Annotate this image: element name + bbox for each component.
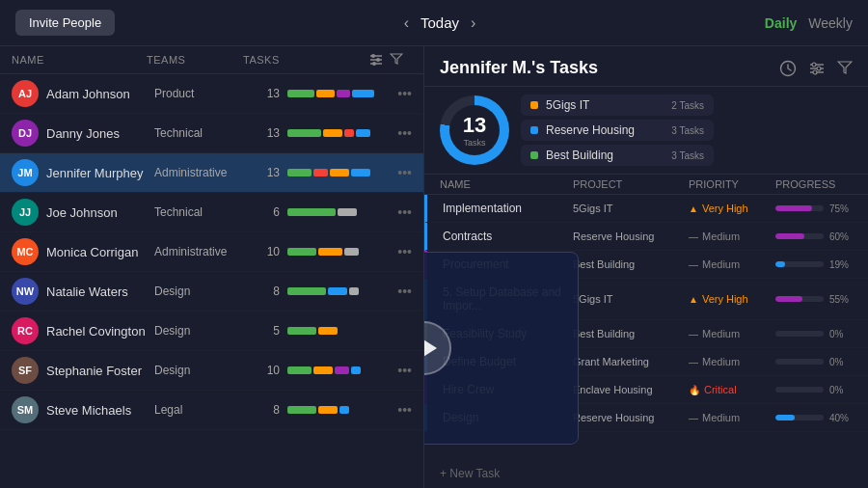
priority-label: Medium — [702, 328, 740, 339]
progress-label: 0% — [829, 329, 843, 339]
summary-card[interactable]: 5Gigs IT2 Tasks — [521, 95, 714, 116]
new-task-row[interactable]: + New Task — [424, 459, 868, 488]
task-bars — [287, 366, 374, 374]
clock-icon[interactable] — [779, 60, 797, 77]
person-more-button[interactable]: ••• — [397, 244, 412, 259]
task-project: Grant Marketing — [573, 356, 689, 367]
priority-icon: — — [689, 329, 698, 339]
nav-prev-arrow[interactable]: ‹ — [404, 14, 409, 32]
task-row[interactable]: ContractsReserve Housing—Medium60% — [424, 223, 868, 251]
person-name: Jennifer Murphey — [46, 166, 154, 180]
person-task-count: 8 — [251, 285, 280, 298]
task-col-name-header: NAME — [440, 178, 573, 190]
task-bar — [338, 208, 357, 216]
task-bars — [287, 169, 374, 176]
svg-point-4 — [376, 58, 380, 62]
main-layout: NAME TEAMS TASKS AJAdam JohnsonProdu — [0, 46, 868, 488]
task-progress: 19% — [775, 259, 853, 270]
svg-point-11 — [817, 67, 821, 70]
filter-sliders-icon-right[interactable] — [808, 60, 826, 77]
task-bar — [351, 366, 361, 374]
task-project: 5Gigs IT — [573, 203, 689, 214]
svg-point-5 — [372, 62, 376, 66]
task-bar — [287, 327, 316, 335]
person-more-button[interactable]: ••• — [397, 86, 412, 101]
person-team: Administrative — [154, 245, 251, 258]
person-more-button[interactable]: ••• — [397, 204, 412, 220]
progress-bar-wrap — [775, 331, 824, 337]
progress-bar-wrap — [775, 387, 824, 393]
task-name: Contracts — [443, 230, 573, 243]
filter-sliders-icon[interactable] — [368, 52, 384, 68]
task-bar — [352, 90, 374, 97]
task-priority: —Medium — [689, 412, 775, 423]
progress-label: 60% — [829, 231, 849, 242]
person-row[interactable]: AJAdam JohnsonProduct13••• — [0, 74, 423, 114]
person-more-button[interactable]: ••• — [397, 363, 412, 378]
person-task-count: 8 — [251, 403, 280, 417]
avatar: MC — [12, 238, 39, 265]
task-priority: ▲Very High — [689, 203, 775, 214]
filter-icon-right[interactable] — [837, 60, 853, 75]
person-task-count: 10 — [251, 245, 280, 258]
summary-card[interactable]: Best Building3 Tasks — [521, 145, 714, 166]
svg-point-3 — [371, 54, 375, 58]
person-more-button[interactable]: ••• — [397, 284, 412, 299]
avatar: SM — [12, 396, 39, 423]
summary-card-name: Best Building — [546, 149, 664, 162]
task-bar — [287, 248, 316, 256]
circle-chart: 13 Tasks — [440, 95, 509, 165]
invite-button[interactable]: Invite People — [15, 10, 115, 36]
person-team: Administrative — [154, 166, 251, 179]
person-row[interactable]: SFStephanie FosterDesign10••• — [0, 351, 423, 391]
summary-card[interactable]: Reserve Housing3 Tasks — [521, 120, 714, 141]
task-bar — [344, 248, 359, 256]
progress-label: 75% — [829, 203, 849, 214]
priority-icon: — — [689, 413, 698, 423]
view-weekly-button[interactable]: Weekly — [808, 15, 853, 31]
person-row[interactable]: NWNatalie WatersDesign8••• — [0, 272, 423, 312]
person-team: Design — [154, 364, 251, 377]
priority-label: Very High — [702, 293, 748, 305]
person-row[interactable]: JMJennifer MurpheyAdministrative13••• — [0, 153, 423, 193]
task-progress: 0% — [775, 357, 853, 367]
person-name: Stephanie Foster — [46, 364, 154, 378]
person-row[interactable]: RCRachel CovingtonDesign5 — [0, 312, 423, 351]
person-row[interactable]: JJJoe JohnsonTechnical6••• — [0, 193, 423, 232]
person-row[interactable]: DJDanny JonesTechnical13••• — [0, 114, 423, 153]
task-bars — [287, 406, 374, 414]
view-daily-button[interactable]: Daily — [765, 15, 797, 31]
task-priority: 🔥Critical — [689, 384, 775, 395]
svg-point-12 — [813, 70, 817, 74]
priority-label: Medium — [702, 258, 740, 270]
progress-label: 40% — [829, 413, 849, 423]
task-progress: 60% — [775, 231, 853, 242]
task-bar — [349, 287, 359, 295]
task-row[interactable]: Implementation5Gigs IT▲Very High75% — [424, 195, 868, 223]
task-bar — [330, 169, 349, 176]
priority-icon: — — [689, 231, 698, 242]
person-row[interactable]: MCMonica CorriganAdministrative10••• — [0, 232, 423, 272]
progress-bar-wrap — [775, 296, 824, 302]
person-more-button[interactable]: ••• — [397, 165, 412, 180]
task-bar — [356, 129, 370, 137]
priority-label: Very High — [702, 203, 748, 214]
task-col-project-header: PROJECT — [573, 178, 689, 190]
person-team: Legal — [154, 403, 251, 417]
nav-next-arrow[interactable]: › — [471, 14, 475, 32]
filter-icon[interactable] — [390, 52, 403, 66]
play-button[interactable] — [424, 321, 451, 375]
task-project: Best Building — [573, 328, 689, 339]
circle-number: 13 — [463, 113, 486, 138]
left-panel: NAME TEAMS TASKS AJAdam JohnsonProdu — [0, 46, 424, 488]
left-table-header: NAME TEAMS TASKS — [0, 46, 423, 74]
task-bar — [318, 406, 338, 414]
person-row[interactable]: SMSteve MichaelsLegal8••• — [0, 391, 423, 430]
task-bar — [335, 366, 349, 374]
person-more-button[interactable]: ••• — [397, 125, 412, 141]
person-name: Joe Johnson — [46, 205, 154, 220]
person-more-button[interactable]: ••• — [397, 402, 412, 418]
progress-label: 0% — [829, 385, 843, 395]
person-name: Monica Corrigan — [46, 245, 154, 259]
task-progress: 0% — [775, 329, 853, 339]
